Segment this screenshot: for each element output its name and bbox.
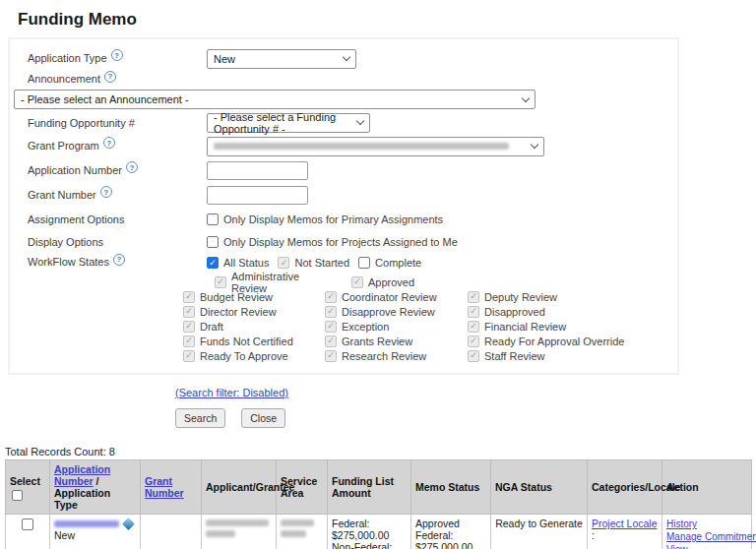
check-icon: ✓	[327, 307, 335, 316]
applicant-grantee-cell	[202, 515, 277, 549]
exception-label: Exception	[342, 321, 389, 333]
close-button[interactable]: Close	[241, 408, 285, 428]
funding-list-amount-cell: Federal: $275,000.00 Non-Federal: $0.00	[328, 515, 411, 549]
workflow-grid-cell: ✓ Disapprove Review	[325, 306, 468, 318]
workflow-grid-row: ✓ Draft ✓ Exception ✓ Financial Review	[183, 319, 667, 334]
disapproved-label: Disapproved	[484, 306, 545, 318]
check-icon: ✓	[185, 351, 193, 360]
deputy-review-checkbox[interactable]: ✓	[468, 291, 479, 303]
funding-opportunity-value: - Please select a Funding Opportunity # …	[214, 111, 349, 135]
disapproved-checkbox[interactable]: ✓	[468, 306, 479, 318]
assignment-options-label-text: Assignment Options	[28, 214, 124, 225]
grant-number-input[interactable]	[207, 186, 308, 205]
select-all-checkbox[interactable]	[12, 490, 23, 501]
funding-opportunity-label: Funding Opportunity #	[20, 117, 207, 129]
manage-commitment-link[interactable]: Manage Commitment	[666, 531, 756, 543]
approved-checkbox[interactable]: ✓	[351, 276, 363, 288]
financial-review-checkbox[interactable]: ✓	[468, 321, 479, 333]
check-icon: ✓	[470, 292, 477, 301]
workflow-grid-row: ✓ Funds Not Certified ✓ Grants Review ✓ …	[183, 334, 667, 348]
application-type-select[interactable]: New	[207, 49, 356, 69]
staff-review-checkbox[interactable]: ✓	[468, 350, 479, 362]
history-link[interactable]: History	[666, 518, 697, 530]
grant-program-label: Grant Program?	[20, 140, 207, 153]
project-locale-suffix: :	[592, 529, 595, 541]
project-locale-link[interactable]: Project Locale	[592, 518, 658, 529]
assignment-options-checkbox-group: Only Display Memos for Primary Assignmen…	[207, 214, 443, 225]
workflow-states-label-text: WorkFlow States	[28, 256, 109, 268]
workflow-grid-row: ✓ Administrative Review ✓ Approved	[183, 274, 667, 289]
workflow-grid-cell: ✓ Exception	[325, 321, 468, 333]
check-icon: ✓	[327, 292, 335, 301]
search-filter-link[interactable]: (Search filter: Disabled)	[175, 387, 288, 398]
help-icon[interactable]: ?	[103, 137, 115, 149]
redacted-application-number-link[interactable]	[54, 520, 119, 527]
primary-assignments-checkbox[interactable]	[207, 214, 219, 225]
disapprove-review-checkbox[interactable]: ✓	[325, 306, 337, 318]
check-icon: ✓	[470, 336, 477, 345]
redacted-grant-program-value	[214, 143, 509, 150]
grant-number-label: Grant Number?	[20, 189, 207, 203]
view-link[interactable]: View	[666, 544, 688, 549]
application-type-header: Application Type	[54, 487, 136, 511]
help-icon[interactable]: ?	[113, 254, 125, 266]
application-type-row: Application Type? New	[20, 47, 667, 70]
funds-not-certified-label: Funds Not Certified	[200, 336, 293, 347]
staff-review-label: Staff Review	[484, 350, 545, 362]
check-icon: ✓	[327, 351, 335, 360]
workflow-grid-cell: ✓ Funds Not Certified	[183, 336, 325, 347]
disapprove-review-label: Disapprove Review	[342, 306, 435, 318]
workflow-grid-cell: ✓ Grants Review	[325, 336, 468, 347]
grants-review-checkbox[interactable]: ✓	[325, 336, 337, 347]
help-icon[interactable]: ?	[111, 49, 123, 61]
exception-checkbox[interactable]: ✓	[325, 321, 337, 333]
projects-assigned-label: Only Display Memos for Projects Assigned…	[223, 236, 458, 248]
application-number-input[interactable]	[207, 161, 308, 180]
budget-review-label: Budget Review	[200, 291, 273, 303]
complete-checkbox[interactable]	[358, 257, 370, 269]
all-status-checkbox[interactable]: ✓	[207, 257, 219, 269]
grant-program-select[interactable]	[207, 137, 544, 156]
select-header-label: Select	[10, 475, 40, 487]
application-number-suffix: /	[94, 475, 99, 487]
ready-for-approval-override-checkbox[interactable]: ✓	[468, 336, 479, 347]
coordinator-review-checkbox[interactable]: ✓	[325, 291, 337, 303]
ready-to-approve-checkbox[interactable]: ✓	[183, 350, 195, 362]
director-review-checkbox[interactable]: ✓	[183, 306, 195, 318]
help-icon[interactable]: ?	[104, 71, 116, 83]
application-number-sort-link[interactable]: Application Number	[54, 463, 110, 487]
not-started-checkbox[interactable]: ✓	[278, 257, 289, 269]
funding-opportunity-row: Funding Opportunity # - Please select a …	[20, 111, 667, 134]
check-icon: ✓	[327, 322, 335, 331]
funding-memo-page: Funding Memo Application Type? New Annou…	[0, 0, 756, 549]
workflow-grid-cell: ✓ Coordinator Review	[325, 291, 468, 303]
ready-to-approve-label: Ready To Approve	[200, 350, 288, 362]
display-options-checkbox-group: Only Display Memos for Projects Assigned…	[207, 236, 458, 248]
row-select-checkbox[interactable]	[22, 518, 33, 530]
federal-amount: Federal: $275,000.00	[332, 518, 407, 541]
info-diamond-icon[interactable]	[122, 518, 135, 530]
application-number-row: Application Number?	[20, 158, 667, 183]
draft-checkbox[interactable]: ✓	[183, 321, 195, 333]
help-icon[interactable]: ?	[100, 186, 112, 198]
check-icon: ✓	[209, 259, 217, 268]
grants-review-label: Grants Review	[342, 336, 412, 347]
nga-status-cell: Ready to Generate	[491, 515, 588, 549]
research-review-checkbox[interactable]: ✓	[325, 350, 337, 362]
funding-opportunity-select[interactable]: - Please select a Funding Opportunity # …	[207, 113, 370, 133]
funds-not-certified-checkbox[interactable]: ✓	[183, 336, 195, 347]
grant-number-sort-link[interactable]: Grant Number	[145, 475, 184, 499]
assignment-options-row: Assignment Options Only Display Memos fo…	[20, 208, 667, 230]
workflow-grid-cell: ✓ Deputy Review	[468, 291, 667, 303]
application-number-label: Application Number?	[20, 164, 207, 178]
workflow-grid-row: ✓ Budget Review ✓ Coordinator Review ✓ D…	[183, 289, 667, 304]
budget-review-checkbox[interactable]: ✓	[183, 291, 195, 303]
administrative-review-checkbox[interactable]: ✓	[215, 276, 226, 288]
col-nga-status: NGA Status	[491, 460, 588, 515]
announcement-select-row: - Please select an Announcement -	[20, 90, 667, 111]
help-icon[interactable]: ?	[126, 161, 138, 173]
col-action: Action	[662, 460, 752, 515]
projects-assigned-checkbox[interactable]	[207, 236, 219, 248]
announcement-select[interactable]: - Please select an Announcement -	[14, 90, 536, 109]
search-button[interactable]: Search	[175, 408, 225, 428]
